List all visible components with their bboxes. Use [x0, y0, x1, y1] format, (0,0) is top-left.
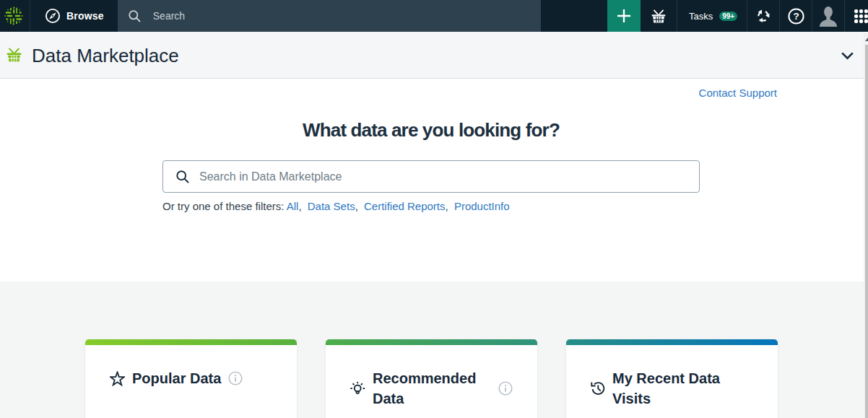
- history-icon: [591, 381, 605, 396]
- help-button[interactable]: ?: [779, 0, 812, 32]
- nav-spacer: [541, 0, 607, 32]
- app-switcher-button[interactable]: [844, 0, 868, 32]
- page-header: Data Marketplace: [0, 32, 864, 79]
- page-title: Data Marketplace: [32, 45, 179, 67]
- grid-dots-icon: [854, 9, 868, 23]
- card-title: Recommended Data: [373, 368, 491, 409]
- card-accent-bar: [566, 339, 778, 345]
- browse-button[interactable]: Browse: [30, 0, 118, 32]
- filter-link-all[interactable]: All: [287, 200, 299, 212]
- user-avatar-button[interactable]: [812, 0, 844, 32]
- filter-link-productinfo[interactable]: ProductInfo: [454, 200, 510, 212]
- collibra-logo-icon: [4, 6, 25, 25]
- cards-section: Popular Data: [0, 282, 864, 418]
- hero-heading: What data are you looking for?: [85, 119, 777, 141]
- workflows-button[interactable]: [747, 0, 779, 32]
- marketplace-basket-icon: [6, 48, 22, 62]
- filter-link-data-sets[interactable]: Data Sets: [308, 200, 355, 212]
- scrollbar-up-arrow[interactable]: [865, 38, 868, 41]
- card-popular-data[interactable]: Popular Data: [85, 339, 297, 418]
- chevron-down-icon[interactable]: [841, 52, 854, 60]
- tasks-count-badge: 99+: [719, 12, 737, 21]
- card-recommended-data[interactable]: Recommended Data: [326, 339, 537, 418]
- card-title: My Recent Data Visits: [612, 368, 753, 409]
- vertical-scrollbar[interactable]: [864, 32, 868, 418]
- global-search-placeholder: Search: [153, 10, 185, 22]
- basket-icon: [651, 9, 666, 23]
- tasks-button[interactable]: Tasks 99+: [677, 0, 747, 32]
- help-icon: ?: [788, 8, 804, 25]
- top-navigation: Browse Search Ta: [0, 0, 868, 32]
- filter-separator: ,: [298, 200, 301, 212]
- contact-support-link[interactable]: Contact Support: [699, 87, 777, 99]
- card-accent-bar: [326, 339, 537, 345]
- create-button[interactable]: [607, 0, 641, 32]
- tasks-label: Tasks: [689, 11, 713, 22]
- app-logo[interactable]: [0, 0, 30, 32]
- main-content: Contact Support What data are you lookin…: [0, 79, 864, 282]
- filter-separator: ,: [446, 200, 448, 212]
- card-accent-bar: [85, 339, 297, 345]
- search-icon: [128, 9, 142, 23]
- compass-icon: [45, 8, 61, 24]
- plus-icon: [617, 9, 631, 23]
- card-title: Popular Data: [132, 368, 221, 388]
- avatar-icon: [819, 6, 838, 27]
- lightbulb-icon: [350, 381, 365, 396]
- info-icon[interactable]: [228, 371, 243, 386]
- filters-row: Or try one of these filters: All, Data S…: [162, 200, 700, 212]
- card-my-recent-data-visits[interactable]: My Recent Data Visits: [566, 339, 778, 418]
- filters-prefix: Or try one of these filters:: [162, 200, 284, 212]
- marketplace-search-input[interactable]: [199, 170, 699, 183]
- star-icon: [110, 371, 125, 386]
- filter-link-certified-reports[interactable]: Certified Reports: [364, 200, 446, 212]
- info-icon[interactable]: [498, 381, 513, 396]
- global-search-input[interactable]: Search: [118, 0, 541, 32]
- search-icon: [175, 170, 190, 184]
- basket-button[interactable]: [641, 0, 677, 32]
- question-mark-glyph: ?: [793, 11, 799, 22]
- marketplace-searchbox[interactable]: [162, 160, 700, 193]
- filter-separator: ,: [355, 200, 358, 212]
- cycle-arrows-icon: [755, 7, 772, 25]
- scrollbar-thumb[interactable]: [865, 45, 868, 418]
- browse-label: Browse: [66, 10, 104, 22]
